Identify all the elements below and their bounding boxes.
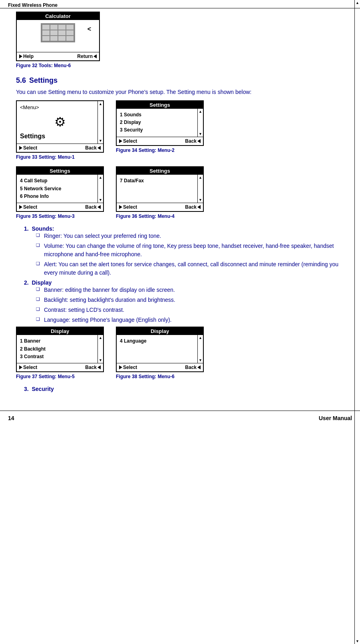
list-display-item: 2. Display Banner: editing the banner fo… xyxy=(24,279,344,324)
figure32-return-btn: Return xyxy=(77,54,97,59)
figure33-screen: <Menu> ⚙ Settings ▲ ▼ Select Back xyxy=(16,100,104,153)
figure37-select-btn: Select xyxy=(19,365,37,370)
figure33-caption: Figure 33 Setting: Menu-1 xyxy=(16,154,104,160)
display-bullet-banner: Banner: editing the banner for display o… xyxy=(36,286,344,294)
figure33-line1: <Menu> xyxy=(20,104,100,112)
figure37-scrollbar: ▲ ▼ xyxy=(97,335,103,363)
calc-key xyxy=(42,36,50,41)
calc-key xyxy=(50,30,58,35)
figure35-back-btn: Back xyxy=(85,204,101,210)
scroll-down: ▼ xyxy=(356,639,359,643)
figure32-footer: Help Return xyxy=(17,52,99,60)
figure36-back-label: Back xyxy=(185,204,197,210)
display-bullet-contrast: Contrast: setting LCD's contrast. xyxy=(36,306,344,314)
figure36-screen-title: Settings xyxy=(117,167,203,175)
calc-key xyxy=(42,30,50,35)
back-triangle xyxy=(197,365,201,369)
calc-key xyxy=(66,30,74,35)
calc-key xyxy=(50,36,58,41)
figure37-screen: Display 1 Banner 2 Backlight 3 Contrast … xyxy=(16,327,104,372)
calc-key xyxy=(50,25,58,30)
calc-key xyxy=(58,30,66,35)
figure36-scrollbar: ▲ ▼ xyxy=(197,175,203,203)
back-triangle xyxy=(197,139,201,143)
figure34-back-label: Back xyxy=(185,138,197,144)
select-triangle xyxy=(119,365,122,369)
figure34-caption: Figure 34 Setting: Menu-2 xyxy=(116,148,204,153)
figure38-select-btn: Select xyxy=(119,365,137,370)
figure32-screen-title: Calculator xyxy=(17,12,99,20)
figure34-select-label: Select xyxy=(123,138,137,144)
help-triangle xyxy=(19,54,22,58)
figure38-body: 4 Language ▲ ▼ xyxy=(117,335,203,363)
figure37-footer: Select Back xyxy=(17,363,103,371)
figure37-caption: Figure 37 Setting: Menu-5 xyxy=(16,374,104,379)
scroll-down: ▼ xyxy=(99,358,102,362)
scroll-up: ▲ xyxy=(99,102,102,106)
figure32-area: Calculator xyxy=(16,12,344,72)
calc-key xyxy=(66,36,74,41)
calc-body: < xyxy=(17,20,99,52)
figure33-col: <Menu> ⚙ Settings ▲ ▼ Select Back xyxy=(16,100,104,164)
figure36-body: 7 Data/Fax ▲ ▼ xyxy=(117,175,203,203)
figure34-col: Settings 1 Sounds 2 Display 3 Security ▲… xyxy=(116,100,204,157)
figure38-caption: Figure 38 Setting: Menu-6 xyxy=(116,374,204,379)
figures-35-36-row: Settings 4 Call Setup 5 Network Service … xyxy=(16,166,344,223)
scroll-up: ▲ xyxy=(199,336,202,340)
scroll-down: ▼ xyxy=(99,198,102,202)
figure37-back-label: Back xyxy=(85,365,97,370)
scroll-down: ▼ xyxy=(99,139,102,143)
figure34-item2: 2 Display xyxy=(120,119,200,126)
scroll-down: ▼ xyxy=(199,198,202,202)
section56-heading: 5.6Settings xyxy=(16,76,344,85)
sounds-bullet-alert: Alert: You can set the alert tones for s… xyxy=(36,260,344,277)
figure36-footer: Select Back xyxy=(117,203,203,211)
figure38-screen: Display 4 Language ▲ ▼ Select Back xyxy=(116,327,204,372)
back-triangle xyxy=(97,146,101,150)
section56-title: Settings xyxy=(29,76,58,84)
figure38-screen-title: Display xyxy=(117,327,203,335)
scroll-up: ▲ xyxy=(356,1,359,5)
figure33-select-btn: Select xyxy=(19,145,37,151)
list-sounds: 1. Sounds: Ringer: You can select your p… xyxy=(24,225,344,324)
page-footer: 14 User Manual xyxy=(0,411,360,425)
list-sounds-label: 1. Sounds: xyxy=(24,225,54,232)
figure34-screen: Settings 1 Sounds 2 Display 3 Security ▲… xyxy=(116,100,204,146)
figure34-item1: 1 Sounds xyxy=(120,111,200,119)
scroll-down: ▼ xyxy=(199,132,202,136)
figure33-body: <Menu> ⚙ Settings ▲ ▼ xyxy=(17,101,103,144)
figure35-select-label: Select xyxy=(23,204,37,210)
scroll-up: ▲ xyxy=(99,175,102,179)
figure33-back-label: Back xyxy=(85,145,97,151)
calc-key xyxy=(42,25,50,30)
figure32-col: Calculator xyxy=(16,12,100,72)
figure38-back-label: Back xyxy=(185,365,197,370)
figure35-screen: Settings 4 Call Setup 5 Network Service … xyxy=(16,166,104,212)
figure37-body: 1 Banner 2 Backlight 3 Contrast ▲ ▼ xyxy=(17,335,103,363)
figure33-select-label: Select xyxy=(23,145,37,151)
list-security-label: 3. Security xyxy=(24,386,54,392)
settings-icon: ⚙ xyxy=(20,114,100,130)
figure38-item1: 4 Language xyxy=(120,337,200,345)
calc-key xyxy=(66,25,74,30)
header-title: Fixed Wireless Phone xyxy=(8,2,58,8)
figure37-col: Display 1 Banner 2 Backlight 3 Contrast … xyxy=(16,327,104,383)
figure35-body: 4 Call Setup 5 Network Service 6 Phone I… xyxy=(17,175,103,203)
figure38-footer: Select Back xyxy=(117,363,203,371)
page-header: Fixed Wireless Phone xyxy=(0,0,360,8)
figure35-col: Settings 4 Call Setup 5 Network Service … xyxy=(16,166,104,223)
figure37-item1: 1 Banner xyxy=(20,337,100,345)
figure34-select-btn: Select xyxy=(119,138,137,144)
figure34-back-btn: Back xyxy=(185,138,201,144)
figure35-scrollbar: ▲ ▼ xyxy=(97,175,103,203)
calc-key xyxy=(58,25,66,30)
figure37-item2: 2 Backlight xyxy=(20,345,100,353)
list-security-item: 3. Security xyxy=(24,386,344,392)
figure33-footer: Select Back xyxy=(17,144,103,152)
list-security-title: Security xyxy=(32,386,54,392)
figure35-caption: Figure 35 Setting: Menu-3 xyxy=(16,213,104,219)
figure32-caption: Figure 32 Tools: Menu-6 xyxy=(16,63,100,68)
figure36-back-btn: Back xyxy=(185,204,201,210)
sounds-bullet-ringer: Ringer: You can select your preferred ri… xyxy=(36,232,344,240)
figure37-select-label: Select xyxy=(23,365,37,370)
